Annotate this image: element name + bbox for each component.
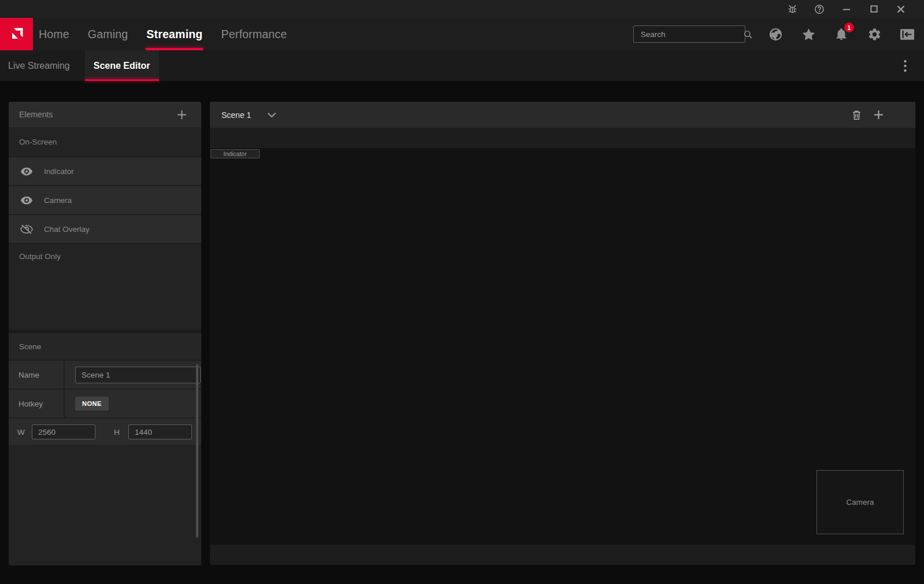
scene-height-input[interactable] (128, 424, 192, 439)
elements-sidebar: Elements On-Screen Indicator Camera (9, 102, 201, 565)
search-box[interactable] (633, 25, 745, 43)
scene-section-header: Scene (9, 333, 201, 360)
nav-right-cluster: 1 (633, 25, 924, 43)
search-icon[interactable] (743, 29, 753, 39)
globe-icon[interactable] (768, 27, 783, 42)
nav-item-gaming[interactable]: Gaming (87, 18, 128, 50)
scene-name-input[interactable] (75, 367, 201, 383)
subnav-label: Live Streaming (8, 61, 70, 71)
hotkey-button[interactable]: NONE (75, 397, 109, 411)
chevron-down-icon (267, 112, 276, 118)
nav-label: Gaming (88, 28, 128, 41)
width-label: W (17, 428, 32, 437)
group-on-screen: On-Screen (9, 127, 201, 156)
scene-size-row: W H (9, 417, 201, 445)
nav-item-streaming[interactable]: Streaming (146, 18, 203, 50)
group-label: On-Screen (19, 138, 57, 146)
amd-logo[interactable] (0, 18, 33, 50)
titlebar (0, 0, 924, 18)
scene-element-camera[interactable]: Camera (816, 470, 904, 534)
minimize-button[interactable] (840, 2, 853, 16)
nav-item-home[interactable]: Home (38, 18, 70, 50)
scene-hotkey-row: Hotkey NONE (9, 389, 201, 417)
canvas-header: Scene 1 (210, 102, 915, 128)
scene-width-input[interactable] (32, 424, 95, 439)
element-row-chat-overlay[interactable]: Chat Overlay (9, 214, 201, 243)
subnav-item-live-streaming[interactable]: Live Streaming (0, 50, 78, 81)
kebab-menu-icon[interactable] (897, 50, 912, 81)
close-button[interactable] (894, 2, 908, 16)
subnav-label: Scene Editor (94, 61, 150, 71)
element-row-camera[interactable]: Camera (9, 185, 201, 214)
add-element-button[interactable] (175, 108, 189, 121)
scene-editor-canvas-panel: Scene 1 Indicator (210, 102, 915, 565)
group-label: Output Only (19, 252, 61, 261)
help-icon[interactable] (812, 2, 826, 16)
element-label: Camera (44, 196, 72, 205)
nav-label: Streaming (146, 28, 202, 41)
favorites-star-icon[interactable] (801, 27, 816, 42)
name-label: Name (9, 361, 65, 389)
subnav-item-scene-editor[interactable]: Scene Editor (85, 50, 159, 81)
notification-badge: 1 (844, 23, 854, 32)
eye-off-icon[interactable] (19, 224, 34, 234)
element-label: Indicator (44, 167, 74, 176)
elements-header: Elements (9, 102, 201, 127)
sidebar-scrollbar[interactable] (196, 364, 198, 538)
settings-gear-icon[interactable] (867, 27, 882, 42)
hotkey-label: Hotkey (9, 390, 65, 417)
collapse-panel-icon[interactable] (900, 27, 915, 42)
scene-name-row: Name (9, 360, 201, 389)
element-row-indicator[interactable]: Indicator (9, 156, 201, 185)
radeon-software-window: Home Gaming Streaming Performance (0, 0, 924, 584)
bug-report-icon[interactable] (785, 2, 799, 16)
scene-element-indicator[interactable]: Indicator (210, 149, 260, 158)
element-label: Chat Overlay (44, 225, 90, 234)
element-caption: Indicator (223, 150, 246, 157)
subnav: Live Streaming Scene Editor (0, 50, 924, 81)
elements-title: Elements (19, 110, 53, 119)
nav-label: Performance (221, 28, 287, 41)
group-output-only: Output Only (9, 243, 201, 330)
search-input[interactable] (641, 30, 743, 39)
add-scene-button[interactable] (871, 108, 885, 122)
delete-scene-button[interactable] (849, 108, 863, 122)
notifications-bell-icon[interactable]: 1 (834, 27, 849, 42)
scene-selector-dropdown[interactable]: Scene 1 (221, 110, 276, 120)
nav-label: Home (39, 28, 69, 41)
element-caption: Camera (846, 498, 874, 507)
canvas-toolbar (849, 108, 904, 122)
main-navbar: Home Gaming Streaming Performance (0, 18, 924, 50)
eye-icon[interactable] (19, 196, 34, 205)
height-label: H (114, 428, 128, 437)
active-subtab-underline (85, 79, 159, 81)
nav-item-performance[interactable]: Performance (220, 18, 287, 50)
scene-preview-surface[interactable]: Indicator Camera (210, 148, 915, 545)
maximize-button[interactable] (867, 2, 881, 16)
panel-filler (9, 445, 201, 565)
scene-selector-value: Scene 1 (221, 110, 251, 120)
eye-icon[interactable] (19, 167, 34, 176)
canvas-body: Indicator Camera (210, 128, 915, 565)
nav-items: Home Gaming Streaming Performance (38, 18, 287, 50)
scene-title: Scene (19, 342, 41, 351)
